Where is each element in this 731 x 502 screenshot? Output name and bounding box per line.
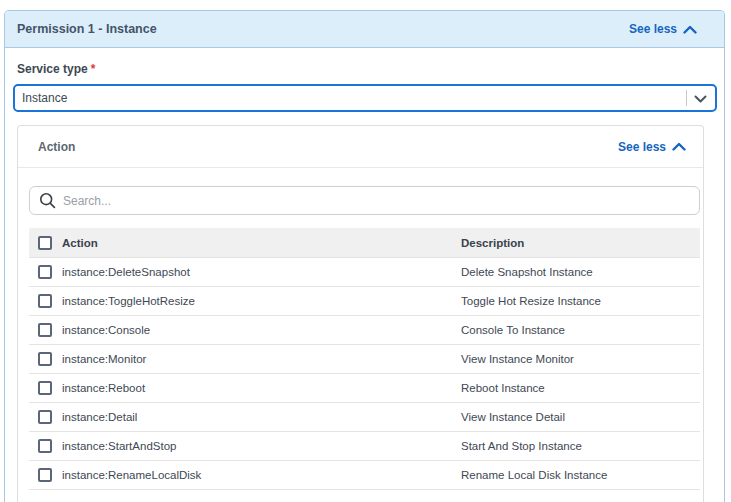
action-column-header: Action xyxy=(62,237,461,249)
table-row: instance:RenameLocalDisk Rename Local Di… xyxy=(29,461,700,490)
permission-card-title: Permission 1 - Instance xyxy=(17,22,157,36)
row-description-cell: View Instance Detail xyxy=(461,411,700,423)
header-checkbox-cell xyxy=(29,236,62,250)
row-action-cell: instance:DeleteSnapshot xyxy=(62,266,461,278)
row-description-cell: Delete Snapshot Instance xyxy=(461,266,700,278)
page: { "colors": { "accent-blue": "#1565c0", … xyxy=(0,0,731,502)
service-type-selected-value: Instance xyxy=(22,91,67,105)
table-header-row: Action Description xyxy=(29,228,700,258)
row-checkbox[interactable] xyxy=(38,265,52,279)
row-action-cell: instance:Reboot xyxy=(62,382,461,394)
row-action-cell: instance:Console xyxy=(62,324,461,336)
permission-card-header: Permission 1 - Instance See less xyxy=(5,11,724,48)
action-table: Action Description instance:DeleteSnapsh… xyxy=(29,228,700,490)
table-row: instance:Console Console To Instance xyxy=(29,316,700,345)
row-description-cell: Console To Instance xyxy=(461,324,700,336)
row-checkbox[interactable] xyxy=(38,352,52,366)
row-checkbox-cell xyxy=(29,410,62,424)
select-all-checkbox[interactable] xyxy=(38,236,52,250)
chevron-down-icon xyxy=(694,89,707,107)
row-checkbox-cell xyxy=(29,352,62,366)
action-panel-header: Action See less xyxy=(18,126,703,168)
select-divider xyxy=(686,90,687,106)
search-icon xyxy=(39,192,56,209)
row-action-cell: instance:Detail xyxy=(62,411,461,423)
row-checkbox[interactable] xyxy=(38,381,52,395)
row-action-cell: instance:ToggleHotResize xyxy=(62,295,461,307)
row-checkbox-cell xyxy=(29,439,62,453)
search-input[interactable] xyxy=(63,194,699,208)
action-collapse-button[interactable]: See less xyxy=(618,140,686,154)
permission-card-body: Service type* Instance Action See less xyxy=(5,63,724,502)
row-checkbox-cell xyxy=(29,323,62,337)
card-collapse-label: See less xyxy=(629,22,677,36)
service-type-label-text: Service type xyxy=(17,62,88,76)
table-row: instance:ToggleHotResize Toggle Hot Resi… xyxy=(29,287,700,316)
row-checkbox[interactable] xyxy=(38,468,52,482)
row-description-cell: Rename Local Disk Instance xyxy=(461,469,700,481)
chevron-up-icon xyxy=(683,25,697,34)
service-type-label: Service type* xyxy=(17,63,724,76)
row-action-cell: instance:StartAndStop xyxy=(62,440,461,452)
required-asterisk: * xyxy=(91,62,96,76)
action-collapse-label: See less xyxy=(618,140,666,154)
row-checkbox[interactable] xyxy=(38,323,52,337)
action-panel-title: Action xyxy=(38,140,75,154)
table-row: instance:Reboot Reboot Instance xyxy=(29,374,700,403)
chevron-up-icon xyxy=(672,142,686,151)
row-action-cell: instance:Monitor xyxy=(62,353,461,365)
permission-card: Permission 1 - Instance See less Service… xyxy=(4,10,725,502)
row-checkbox[interactable] xyxy=(38,294,52,308)
row-checkbox-cell xyxy=(29,294,62,308)
action-panel: Action See less xyxy=(17,125,704,502)
row-description-cell: Start And Stop Instance xyxy=(461,440,700,452)
row-action-cell: instance:RenameLocalDisk xyxy=(62,469,461,481)
card-collapse-button[interactable]: See less xyxy=(629,22,697,36)
description-column-header: Description xyxy=(461,237,700,249)
table-row: instance:Monitor View Instance Monitor xyxy=(29,345,700,374)
row-checkbox-cell xyxy=(29,265,62,279)
service-type-select[interactable]: Instance xyxy=(13,84,717,112)
row-description-cell: View Instance Monitor xyxy=(461,353,700,365)
row-checkbox[interactable] xyxy=(38,439,52,453)
search-box xyxy=(29,186,700,215)
row-checkbox[interactable] xyxy=(38,410,52,424)
row-checkbox-cell xyxy=(29,381,62,395)
row-checkbox-cell xyxy=(29,468,62,482)
action-panel-body: Action Description instance:DeleteSnapsh… xyxy=(18,168,703,502)
table-row: instance:Detail View Instance Detail xyxy=(29,403,700,432)
table-body: instance:DeleteSnapshot Delete Snapshot … xyxy=(29,258,700,490)
table-row: instance:StartAndStop Start And Stop Ins… xyxy=(29,432,700,461)
row-description-cell: Toggle Hot Resize Instance xyxy=(461,295,700,307)
row-description-cell: Reboot Instance xyxy=(461,382,700,394)
table-row: instance:DeleteSnapshot Delete Snapshot … xyxy=(29,258,700,287)
